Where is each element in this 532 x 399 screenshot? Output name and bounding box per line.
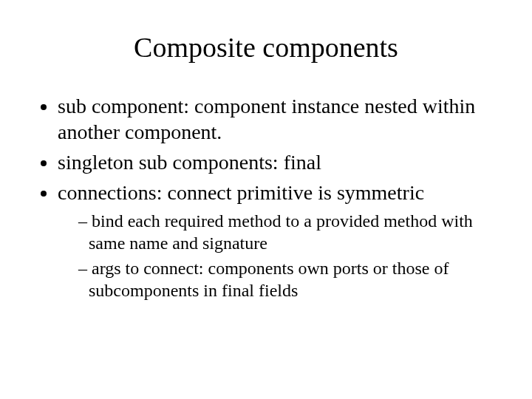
- list-item-text: connections: connect primitive is symmet…: [58, 181, 424, 204]
- list-item: args to connect: components own ports or…: [78, 257, 502, 301]
- slide-title: Composite components: [30, 31, 502, 64]
- list-item: singleton sub components: final: [58, 149, 502, 175]
- sub-bullet-list: bind each required method to a provided …: [58, 210, 502, 301]
- slide: Composite components sub component: comp…: [0, 0, 532, 399]
- bullet-list: sub component: component instance nested…: [30, 93, 502, 301]
- list-item: bind each required method to a provided …: [78, 210, 502, 254]
- list-item: sub component: component instance nested…: [58, 93, 502, 145]
- list-item: connections: connect primitive is symmet…: [58, 180, 502, 301]
